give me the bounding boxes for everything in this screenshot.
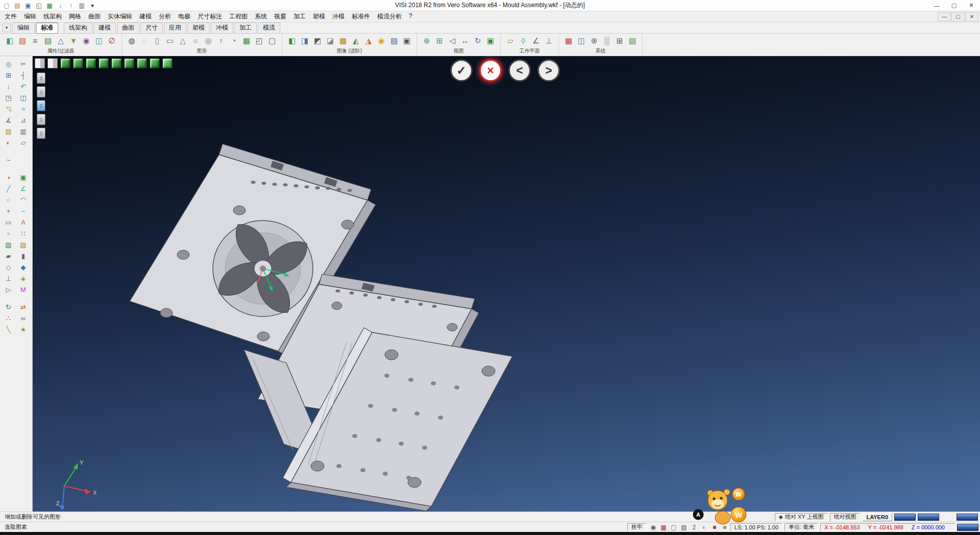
menu-dimension[interactable]: 尺寸标注 (194, 12, 226, 21)
menu-edit[interactable]: 编辑 (20, 12, 40, 21)
display-icon[interactable]: ▦ (44, 1, 55, 10)
clipboard-view-3-icon[interactable]: ▯ (37, 100, 45, 111)
tab-moulding[interactable]: 塑模 (187, 22, 210, 34)
text-tool-icon[interactable]: A (17, 217, 30, 228)
draft-line-icon[interactable]: ╲ (2, 324, 15, 335)
show-all-icon[interactable]: ◍ (126, 35, 138, 47)
mask-elements-icon[interactable]: ▥ (17, 126, 30, 137)
tab-application[interactable]: 应用 (164, 22, 186, 34)
view-mode-cell[interactable]: 绝对视图 (830, 513, 861, 521)
macro-text-icon[interactable]: M (17, 284, 30, 295)
plot-icon[interactable]: ▥ (77, 1, 87, 10)
curve-tool-icon[interactable]: ~ (17, 206, 30, 216)
menu-help[interactable]: ? (405, 12, 416, 19)
highlight-icon[interactable]: ◈ (17, 273, 30, 284)
view-left-icon[interactable] (111, 58, 121, 68)
angle-line-icon[interactable]: ∠ (17, 183, 30, 194)
view-front-icon[interactable] (86, 58, 96, 68)
clear-filter-icon[interactable]: ∅ (106, 35, 118, 47)
viewport-single-icon[interactable] (35, 58, 45, 68)
clipboard-view-5-icon[interactable]: ▯ (37, 128, 45, 139)
impeller-part[interactable] (213, 221, 313, 317)
view-axonometric-icon[interactable] (60, 58, 70, 68)
frame-tool-icon[interactable]: ▫ (2, 228, 15, 239)
pin-icon[interactable]: ◉ (649, 523, 658, 531)
linetype-icon[interactable]: ≡ (29, 35, 41, 47)
rgb-points-icon[interactable]: ∴ (2, 313, 15, 324)
spline-curve-icon[interactable]: ~ (2, 155, 15, 165)
menu-wireframe[interactable]: 线架构 (40, 12, 65, 21)
scale-icon[interactable]: ◹ (2, 104, 15, 114)
background-icon[interactable]: ▨ (388, 35, 400, 47)
system-settings-icon[interactable]: ⊛ (588, 35, 600, 47)
next-button[interactable]: > (537, 59, 560, 82)
arc-tool-icon[interactable]: ◠ (17, 194, 30, 205)
units-cell[interactable]: 单位: 毫米 (785, 523, 818, 531)
menu-die[interactable]: 冲模 (329, 12, 348, 21)
revolve-icon[interactable]: ◔ (228, 35, 240, 47)
menu-window[interactable]: 视窗 (271, 12, 290, 21)
tab-machining[interactable]: 加工 (234, 22, 257, 34)
menu-electrode[interactable]: 电极 (175, 12, 194, 21)
tab-dimension[interactable]: 尺寸 (140, 22, 163, 34)
menu-flow-analysis[interactable]: 模流分析 (374, 12, 405, 21)
workplane-standard-icon[interactable]: ▱ (504, 35, 517, 47)
cancel-button[interactable]: × (479, 59, 502, 82)
maximize-button[interactable]: ▢ (945, 0, 963, 11)
workplane-normal-icon[interactable]: ⊥ (543, 35, 555, 47)
view-bottom-icon[interactable] (137, 58, 147, 68)
render-settings-icon[interactable]: ◭ (350, 35, 362, 47)
print-icon[interactable]: ◱ (34, 1, 44, 10)
align-points-icon[interactable]: ⊞ (2, 70, 15, 81)
scissors-icon[interactable]: ✂ (17, 59, 30, 69)
active-layer-cell[interactable]: LAYER0 (863, 513, 892, 521)
new-file-icon[interactable]: ▢ (2, 1, 12, 10)
menu-modeling[interactable]: 建模 (136, 12, 155, 21)
confirm-button[interactable]: ✓ (450, 59, 473, 82)
tab-standard[interactable]: 标准 (36, 22, 58, 34)
menu-file[interactable]: 文件 (1, 12, 20, 21)
close-button[interactable]: ✕ (963, 0, 980, 11)
menu-standard-parts[interactable]: 标准件 (348, 12, 374, 21)
cone-primitive-icon[interactable]: △ (177, 35, 189, 47)
ucs-tool-icon[interactable]: ⊥ (2, 273, 15, 284)
hatch-tool-icon[interactable]: ▨ (2, 239, 15, 250)
tab-flow[interactable]: 模流 (258, 22, 280, 34)
workplane-side-icon[interactable]: ▱ (17, 137, 30, 148)
zoom-window-icon[interactable]: ⊞ (433, 35, 446, 47)
extrude-icon[interactable]: ↑ (215, 35, 227, 47)
redraw-icon[interactable]: ▣ (484, 35, 497, 47)
dimension-icon[interactable]: ⊿ (17, 115, 30, 126)
point-grid-icon[interactable]: ∷ (17, 228, 30, 239)
zoom-all-icon[interactable]: ⊕ (421, 35, 433, 47)
open-file-icon[interactable]: ▤ (12, 1, 22, 10)
snap-magnet-icon[interactable]: ◉ (80, 35, 92, 47)
menu-machining[interactable]: 加工 (290, 12, 309, 21)
tab-wireframe[interactable]: 线架构 (64, 22, 92, 34)
match-properties-icon[interactable]: ◫ (93, 35, 105, 47)
link-entities-icon[interactable]: ∞ (17, 313, 30, 324)
import-icon[interactable]: ↓ (55, 1, 65, 10)
element-filter-icon[interactable]: △ (55, 35, 67, 47)
tab-edit[interactable]: 编辑 (12, 22, 35, 34)
absolute-view-cell[interactable]: ◈ 绝对 XY 上视图 (775, 513, 828, 521)
clipboard-view-2-icon[interactable]: ▯ (37, 86, 45, 98)
previous-button[interactable]: < (508, 59, 531, 82)
clipboard-view-1-icon[interactable]: ▯ (37, 72, 45, 84)
view-top-icon[interactable] (73, 58, 83, 68)
rotate-icon[interactable]: ↶ (17, 81, 30, 92)
shaded-solid-icon[interactable]: ◆ (17, 262, 30, 273)
block-display-icon[interactable]: ▦ (240, 35, 253, 47)
pan-view-icon[interactable]: ↔ (459, 35, 471, 47)
arrow-annotate-icon[interactable]: ▷ (2, 284, 15, 295)
3d-scene[interactable]: X Y Z (33, 56, 980, 512)
view-dynamic-icon[interactable] (162, 58, 173, 68)
rotate-view-icon[interactable]: ↻ (472, 35, 484, 47)
export-icon[interactable]: ↑ (66, 1, 76, 10)
color-filter-icon[interactable]: ▧ (16, 35, 29, 47)
torus-primitive-icon[interactable]: ◎ (202, 35, 214, 47)
tab-modeling[interactable]: 建模 (93, 22, 116, 34)
menu-analysis[interactable]: 分析 (155, 12, 175, 21)
menu-moulding[interactable]: 塑模 (309, 12, 329, 21)
toolbar-dropdown-icon[interactable]: ▼ (2, 23, 11, 32)
